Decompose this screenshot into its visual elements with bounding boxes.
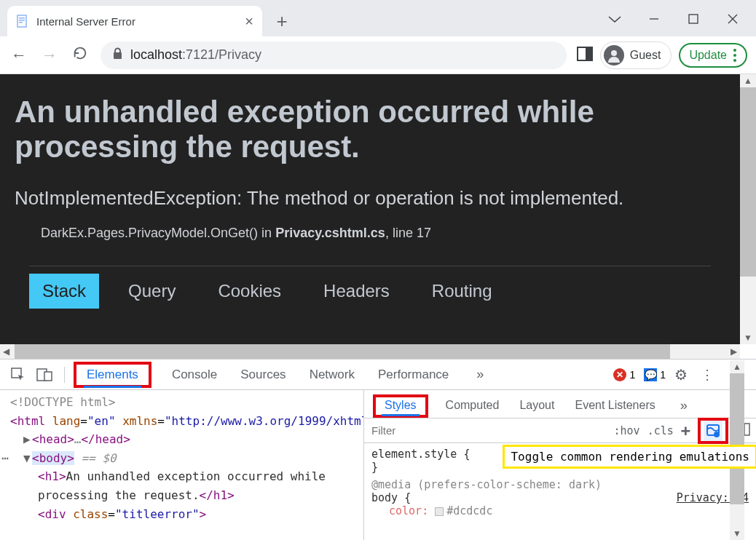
dom-doctype[interactable]: <!DOCTYPE html> [10,393,362,412]
update-label: Update [689,49,727,62]
devtools-toolbar: Elements Console Sources Network Perform… [0,360,756,390]
svg-rect-10 [586,47,592,60]
devtools-menu-icon[interactable]: ⋮ [696,364,718,386]
minimize-icon[interactable] [645,12,663,28]
tab-title: Internal Server Error [36,15,237,28]
svg-rect-8 [114,52,122,59]
window-titlebar: Internal Server Error × + [0,0,756,36]
rule-media-body[interactable]: @media (prefers-color-scheme: dark) body… [371,478,749,517]
dom-html-open[interactable]: <html lang="en" xmlns="http://www.w3.org… [10,412,362,431]
back-button[interactable]: ← [9,46,29,65]
page-vertical-scrollbar[interactable]: ▲ ▼ [740,74,756,344]
browser-tab[interactable]: Internal Server Error × [7,6,262,36]
url-text: localhost:7121/Privacy [130,47,261,63]
svg-rect-2 [19,20,25,21]
svg-rect-5 [689,15,698,23]
side-panel-icon[interactable] [577,47,593,64]
styles-tab-computed[interactable]: Computed [443,394,503,418]
svg-point-11 [611,50,617,56]
highlight-elements-tab: Elements [74,362,151,388]
styles-panel: Styles Computed Layout Event Listeners »… [364,390,756,540]
highlight-rendering-toggle [698,418,728,444]
profile-chip[interactable]: Guest [600,41,672,69]
avatar-icon [604,45,624,65]
cls-toggle[interactable]: .cls [647,424,674,437]
reload-button[interactable] [70,45,90,65]
styles-tab-layout[interactable]: Layout [516,394,557,418]
tab-close-icon[interactable]: × [245,13,253,30]
maximize-icon[interactable] [685,12,702,28]
svg-rect-14 [44,372,52,381]
styles-rules[interactable]: element.style { } @media (prefers-color-… [364,443,756,540]
devtools: Elements Console Sources Network Perform… [0,359,756,540]
rendering-tooltip: Toggle common rendering emulations [503,445,756,469]
device-toolbar-icon[interactable] [34,364,55,386]
error-heading: An unhandled exception occurred while pr… [15,95,725,165]
page-icon [16,15,29,28]
devtools-tab-sources[interactable]: Sources [237,362,288,388]
error-subtitle: NotImplementedException: The method or o… [15,187,725,210]
menu-dots-icon [733,49,737,62]
lock-icon [112,47,123,63]
url-input[interactable]: localhost:7121/Privacy [101,41,567,69]
error-page: An unhandled exception occurred while pr… [0,74,740,344]
window-controls [606,12,756,36]
settings-gear-icon[interactable]: ⚙ [674,366,688,384]
highlight-styles-tab: Styles [373,394,428,418]
devtools-tab-network[interactable]: Network [307,362,358,388]
page-horizontal-scrollbar[interactable]: ◀ ▶ [0,344,740,359]
more-tabs-icon[interactable]: » [469,364,491,386]
close-icon[interactable] [724,12,741,28]
info-count-badge[interactable]: 💬1 [644,368,666,381]
error-location: DarkEx.Pages.PrivacyModel.OnGet() in Pri… [41,226,725,241]
devtools-tab-elements[interactable]: Elements [84,363,141,388]
styles-tab-styles[interactable]: Styles [382,396,420,416]
hov-toggle[interactable]: :hov [614,424,640,437]
error-count-badge[interactable]: ✕1 [613,368,635,381]
dom-tree-panel[interactable]: <!DOCTYPE html> <html lang="en" xmlns="h… [0,390,364,540]
inspect-element-icon[interactable] [7,364,29,386]
update-button[interactable]: Update [679,43,747,68]
dom-body-open[interactable]: ⋯▼<body> == $0 [10,449,362,468]
forward-button[interactable]: → [39,46,60,65]
error-tab-cookies[interactable]: Cookies [205,274,294,309]
new-tab-button[interactable]: + [269,9,294,33]
svg-point-16 [714,432,720,437]
error-tab-query[interactable]: Query [115,274,189,309]
dom-head[interactable]: ▶<head>…</head> [10,430,362,449]
devtools-tab-performance[interactable]: Performance [375,362,452,388]
address-bar: ← → localhost:7121/Privacy Guest Update [0,36,756,74]
new-style-rule-icon[interactable]: + [681,421,690,440]
styles-more-tabs-icon[interactable]: » [673,394,695,416]
error-tab-routing[interactable]: Routing [419,274,505,309]
dom-h1[interactable]: <h1>An unhandled exception occurred whil… [10,467,362,504]
error-tab-stack[interactable]: Stack [29,274,99,309]
error-tabs: Stack Query Cookies Headers Routing [29,266,711,309]
styles-tab-eventlisteners[interactable]: Event Listeners [572,394,658,418]
dom-div[interactable]: <div class="titleerror"> [10,505,362,524]
chevron-down-icon[interactable] [606,12,623,28]
error-tab-headers[interactable]: Headers [310,274,403,309]
devtools-tab-console[interactable]: Console [169,362,220,388]
rendering-emulations-icon[interactable] [704,421,722,441]
profile-label: Guest [630,49,661,62]
svg-rect-1 [19,17,25,19]
svg-rect-3 [19,22,23,23]
svg-rect-0 [17,15,26,27]
styles-filter-input[interactable] [364,420,614,441]
